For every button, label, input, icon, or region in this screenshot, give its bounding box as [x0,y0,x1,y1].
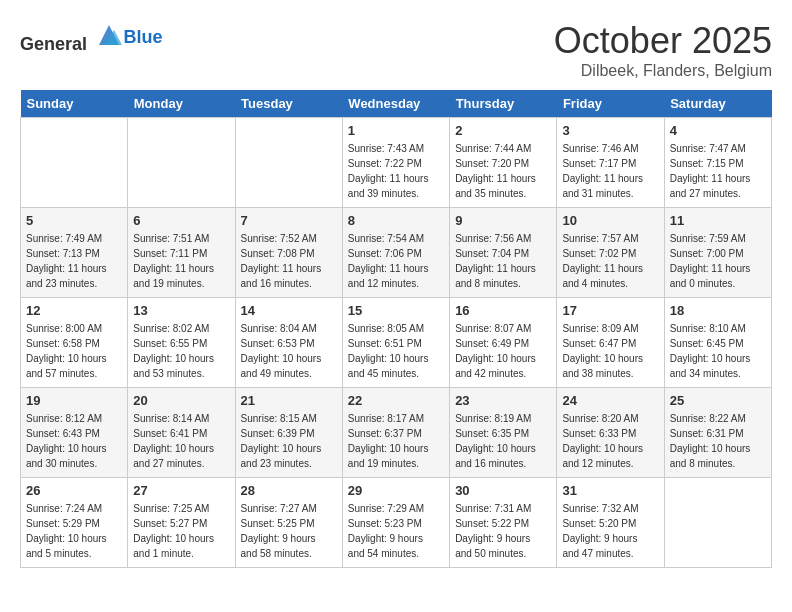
title-block: October 2025 Dilbeek, Flanders, Belgium [554,20,772,80]
table-row: 23Sunrise: 8:19 AM Sunset: 6:35 PM Dayli… [450,388,557,478]
table-row: 17Sunrise: 8:09 AM Sunset: 6:47 PM Dayli… [557,298,664,388]
logo-general-text: General [20,34,87,54]
table-row: 20Sunrise: 8:14 AM Sunset: 6:41 PM Dayli… [128,388,235,478]
table-row: 24Sunrise: 8:20 AM Sunset: 6:33 PM Dayli… [557,388,664,478]
table-row: 21Sunrise: 8:15 AM Sunset: 6:39 PM Dayli… [235,388,342,478]
col-saturday: Saturday [664,90,771,118]
day-info: Sunrise: 8:12 AM Sunset: 6:43 PM Dayligh… [26,411,122,471]
day-info: Sunrise: 7:57 AM Sunset: 7:02 PM Dayligh… [562,231,658,291]
table-row: 28Sunrise: 7:27 AM Sunset: 5:25 PM Dayli… [235,478,342,568]
logo-icon [94,20,124,50]
day-info: Sunrise: 7:43 AM Sunset: 7:22 PM Dayligh… [348,141,444,201]
day-info: Sunrise: 7:51 AM Sunset: 7:11 PM Dayligh… [133,231,229,291]
table-row: 31Sunrise: 7:32 AM Sunset: 5:20 PM Dayli… [557,478,664,568]
logo: General Blue [20,20,163,55]
col-monday: Monday [128,90,235,118]
day-info: Sunrise: 7:44 AM Sunset: 7:20 PM Dayligh… [455,141,551,201]
col-tuesday: Tuesday [235,90,342,118]
page-header: General Blue October 2025 Dilbeek, Fland… [20,20,772,80]
day-number: 6 [133,213,229,228]
day-number: 1 [348,123,444,138]
table-row: 9Sunrise: 7:56 AM Sunset: 7:04 PM Daylig… [450,208,557,298]
table-row: 29Sunrise: 7:29 AM Sunset: 5:23 PM Dayli… [342,478,449,568]
day-number: 18 [670,303,766,318]
table-row: 25Sunrise: 8:22 AM Sunset: 6:31 PM Dayli… [664,388,771,478]
month-year-title: October 2025 [554,20,772,62]
day-number: 21 [241,393,337,408]
table-row: 19Sunrise: 8:12 AM Sunset: 6:43 PM Dayli… [21,388,128,478]
table-row: 10Sunrise: 7:57 AM Sunset: 7:02 PM Dayli… [557,208,664,298]
day-number: 31 [562,483,658,498]
calendar-week-row: 26Sunrise: 7:24 AM Sunset: 5:29 PM Dayli… [21,478,772,568]
day-info: Sunrise: 8:19 AM Sunset: 6:35 PM Dayligh… [455,411,551,471]
day-number: 27 [133,483,229,498]
table-row: 30Sunrise: 7:31 AM Sunset: 5:22 PM Dayli… [450,478,557,568]
table-row [128,118,235,208]
table-row: 13Sunrise: 8:02 AM Sunset: 6:55 PM Dayli… [128,298,235,388]
day-info: Sunrise: 8:22 AM Sunset: 6:31 PM Dayligh… [670,411,766,471]
day-info: Sunrise: 8:07 AM Sunset: 6:49 PM Dayligh… [455,321,551,381]
table-row: 15Sunrise: 8:05 AM Sunset: 6:51 PM Dayli… [342,298,449,388]
day-info: Sunrise: 8:09 AM Sunset: 6:47 PM Dayligh… [562,321,658,381]
day-info: Sunrise: 7:24 AM Sunset: 5:29 PM Dayligh… [26,501,122,561]
day-info: Sunrise: 8:10 AM Sunset: 6:45 PM Dayligh… [670,321,766,381]
day-info: Sunrise: 8:05 AM Sunset: 6:51 PM Dayligh… [348,321,444,381]
day-number: 26 [26,483,122,498]
col-friday: Friday [557,90,664,118]
day-number: 25 [670,393,766,408]
day-number: 28 [241,483,337,498]
day-info: Sunrise: 7:46 AM Sunset: 7:17 PM Dayligh… [562,141,658,201]
day-number: 3 [562,123,658,138]
day-number: 15 [348,303,444,318]
table-row [664,478,771,568]
table-row: 7Sunrise: 7:52 AM Sunset: 7:08 PM Daylig… [235,208,342,298]
calendar-week-row: 5Sunrise: 7:49 AM Sunset: 7:13 PM Daylig… [21,208,772,298]
day-info: Sunrise: 7:31 AM Sunset: 5:22 PM Dayligh… [455,501,551,561]
day-info: Sunrise: 8:00 AM Sunset: 6:58 PM Dayligh… [26,321,122,381]
day-number: 14 [241,303,337,318]
col-thursday: Thursday [450,90,557,118]
day-number: 17 [562,303,658,318]
day-number: 20 [133,393,229,408]
day-info: Sunrise: 7:27 AM Sunset: 5:25 PM Dayligh… [241,501,337,561]
day-info: Sunrise: 8:15 AM Sunset: 6:39 PM Dayligh… [241,411,337,471]
day-number: 29 [348,483,444,498]
day-info: Sunrise: 7:59 AM Sunset: 7:00 PM Dayligh… [670,231,766,291]
day-info: Sunrise: 7:25 AM Sunset: 5:27 PM Dayligh… [133,501,229,561]
col-wednesday: Wednesday [342,90,449,118]
day-info: Sunrise: 8:20 AM Sunset: 6:33 PM Dayligh… [562,411,658,471]
location-subtitle: Dilbeek, Flanders, Belgium [554,62,772,80]
calendar-header-row: Sunday Monday Tuesday Wednesday Thursday… [21,90,772,118]
day-number: 4 [670,123,766,138]
day-number: 2 [455,123,551,138]
day-info: Sunrise: 8:02 AM Sunset: 6:55 PM Dayligh… [133,321,229,381]
table-row: 22Sunrise: 8:17 AM Sunset: 6:37 PM Dayli… [342,388,449,478]
table-row: 16Sunrise: 8:07 AM Sunset: 6:49 PM Dayli… [450,298,557,388]
table-row: 14Sunrise: 8:04 AM Sunset: 6:53 PM Dayli… [235,298,342,388]
table-row: 1Sunrise: 7:43 AM Sunset: 7:22 PM Daylig… [342,118,449,208]
table-row: 6Sunrise: 7:51 AM Sunset: 7:11 PM Daylig… [128,208,235,298]
day-info: Sunrise: 8:04 AM Sunset: 6:53 PM Dayligh… [241,321,337,381]
day-info: Sunrise: 7:29 AM Sunset: 5:23 PM Dayligh… [348,501,444,561]
day-info: Sunrise: 7:54 AM Sunset: 7:06 PM Dayligh… [348,231,444,291]
day-number: 8 [348,213,444,228]
table-row: 4Sunrise: 7:47 AM Sunset: 7:15 PM Daylig… [664,118,771,208]
day-number: 16 [455,303,551,318]
table-row: 27Sunrise: 7:25 AM Sunset: 5:27 PM Dayli… [128,478,235,568]
day-number: 10 [562,213,658,228]
day-number: 30 [455,483,551,498]
day-info: Sunrise: 7:49 AM Sunset: 7:13 PM Dayligh… [26,231,122,291]
logo-blue-text: Blue [124,27,163,47]
table-row: 2Sunrise: 7:44 AM Sunset: 7:20 PM Daylig… [450,118,557,208]
table-row: 18Sunrise: 8:10 AM Sunset: 6:45 PM Dayli… [664,298,771,388]
day-number: 5 [26,213,122,228]
table-row: 11Sunrise: 7:59 AM Sunset: 7:00 PM Dayli… [664,208,771,298]
day-info: Sunrise: 7:32 AM Sunset: 5:20 PM Dayligh… [562,501,658,561]
table-row: 5Sunrise: 7:49 AM Sunset: 7:13 PM Daylig… [21,208,128,298]
day-number: 7 [241,213,337,228]
day-info: Sunrise: 7:56 AM Sunset: 7:04 PM Dayligh… [455,231,551,291]
table-row: 3Sunrise: 7:46 AM Sunset: 7:17 PM Daylig… [557,118,664,208]
table-row [235,118,342,208]
calendar-week-row: 1Sunrise: 7:43 AM Sunset: 7:22 PM Daylig… [21,118,772,208]
day-number: 12 [26,303,122,318]
